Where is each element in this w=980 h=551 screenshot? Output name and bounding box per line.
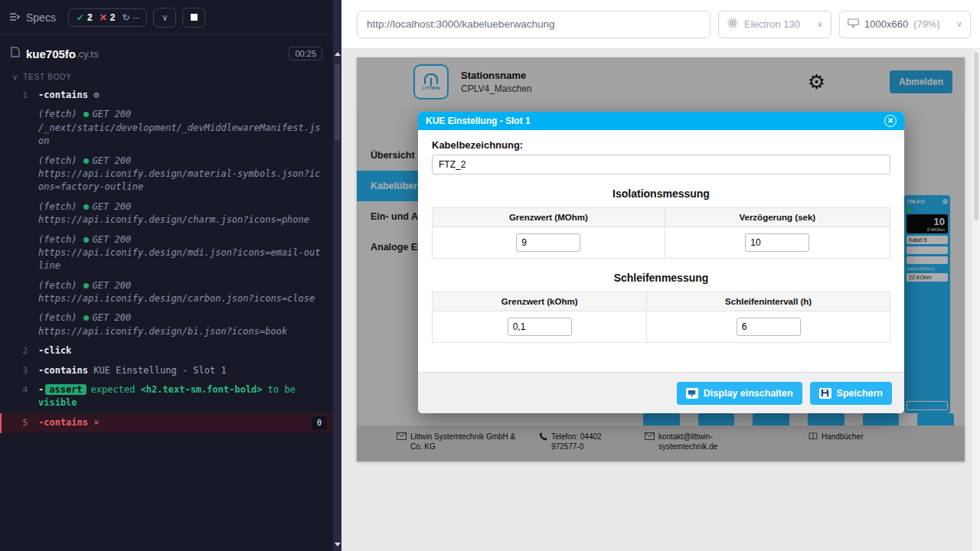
restart-icon: ↻ xyxy=(122,12,129,23)
reporter-header: Specs ✓2 ✕2 ↻-- ∨ xyxy=(0,0,333,35)
command-row[interactable]: (fetch)GET 200https://api.iconify.design… xyxy=(0,152,333,197)
command-row[interactable]: (fetch)GET 200https://api.iconify.design… xyxy=(0,308,333,341)
browser-name: Electron 130 xyxy=(744,18,800,30)
specs-menu-icon[interactable] xyxy=(9,11,20,24)
chevron-down-icon: ∨ xyxy=(956,19,962,29)
close-icon[interactable]: ✕ xyxy=(884,115,897,127)
electron-icon xyxy=(727,17,739,31)
command-row[interactable]: (fetch)GET 200/_next/static/development/… xyxy=(0,105,333,151)
save-button[interactable]: Speichern xyxy=(810,382,892,405)
scroll-down-arrow[interactable] xyxy=(335,543,341,546)
display-on-button[interactable]: Display einschalten xyxy=(677,382,802,405)
modal-title: KUE Einstellung - Slot 1 xyxy=(426,116,531,126)
file-icon xyxy=(11,47,20,60)
scrollbar-thumb[interactable] xyxy=(974,52,978,220)
test-stats: ✓2 ✕2 ↻-- xyxy=(68,8,148,27)
modal-body: Kabelbezeichnung: IsolationsmessungGrenz… xyxy=(418,130,904,372)
table-header: Grenzwert (MOhm) xyxy=(433,208,665,227)
settings-table: Grenzwert (kOhm)Schleifenintervall (h) xyxy=(432,292,890,343)
spec-row[interactable]: kue705fo.cy.ts 00:25 xyxy=(0,35,333,68)
spec-duration: 00:25 xyxy=(289,47,322,60)
viewport-size: 1000x660 xyxy=(864,18,908,30)
stat-failed: ✕2 xyxy=(100,12,116,23)
status-ok-dot xyxy=(83,315,89,321)
button-label: Speichern xyxy=(837,388,883,399)
section-title: Schleifenmessung xyxy=(432,272,890,284)
command-row[interactable]: 1-contains ⚙ xyxy=(0,86,333,105)
table-header: Verzögerung (sek) xyxy=(665,208,890,227)
chevron-down-icon: ∨ xyxy=(817,19,823,29)
value-input[interactable] xyxy=(508,318,572,336)
value-input[interactable] xyxy=(737,318,801,336)
url-input[interactable] xyxy=(358,18,710,30)
modal-sections: IsolationsmessungGrenzwert (MOhm)Verzöge… xyxy=(432,187,890,343)
status-ok-dot xyxy=(83,112,89,117)
command-row[interactable]: (fetch)GET 200https://api.iconify.design… xyxy=(0,197,333,230)
chevron-down-icon: ∨ xyxy=(162,12,168,23)
stop-button[interactable] xyxy=(182,8,205,28)
viewport-selector[interactable]: 1000x660 (79%) ∨ xyxy=(839,11,971,38)
status-ok-dot xyxy=(83,237,89,243)
save-icon xyxy=(819,388,831,399)
url-bar[interactable] xyxy=(357,11,710,38)
stat-pending: ↻-- xyxy=(122,12,139,23)
command-row[interactable]: 2-click xyxy=(0,341,333,360)
x-icon: ✕ xyxy=(100,12,107,23)
cypress-reporter: Specs ✓2 ✕2 ↻-- ∨ kue705fo.cy.ts 00:25 ∨… xyxy=(0,0,333,551)
value-input[interactable] xyxy=(745,233,809,252)
viewport-zoom: (79%) xyxy=(913,18,940,30)
stat-passed: ✓2 xyxy=(77,12,93,23)
collapse-button[interactable]: ∨ xyxy=(153,8,176,28)
section-title: Isolationsmessung xyxy=(432,187,890,200)
command-log: 1-contains ⚙(fetch)GET 200/_next/static/… xyxy=(0,84,333,433)
button-label: Display einschalten xyxy=(704,388,793,399)
command-row[interactable]: 3-contains KUE Einstellung - Slot 1 xyxy=(0,361,333,380)
test-body-label: TEST BODY xyxy=(23,73,72,81)
chevron-down-icon: ∨ xyxy=(12,73,18,81)
status-ok-dot xyxy=(83,283,89,289)
spec-ext: .cy.ts xyxy=(76,48,98,60)
status-ok-dot xyxy=(83,204,89,210)
table-header: Grenzwert (kOhm) xyxy=(433,292,647,311)
command-count-badge: 0 xyxy=(312,416,327,431)
value-input[interactable] xyxy=(516,233,580,252)
settings-table: Grenzwert (MOhm)Verzögerung (sek) xyxy=(432,207,890,259)
kue-settings-modal: KUE Einstellung - Slot 1 ✕ Kabelbezeichn… xyxy=(418,112,904,413)
reporter-scrollbar[interactable] xyxy=(333,0,341,551)
browser-selector[interactable]: Electron 130 ∨ xyxy=(718,11,831,38)
spec-name: kue705fo xyxy=(26,47,76,60)
display-icon xyxy=(686,388,698,399)
command-row[interactable]: 4-assertexpected <h2.text-sm.font-bold> … xyxy=(0,380,333,413)
command-row[interactable]: (fetch)GET 200https://api.iconify.design… xyxy=(0,230,333,276)
command-row[interactable]: (fetch)GET 200https://api.iconify.design… xyxy=(0,276,333,309)
modal-footer: Display einschaltenSpeichern xyxy=(418,372,904,413)
specs-label[interactable]: Specs xyxy=(26,11,56,24)
scroll-up-arrow[interactable] xyxy=(335,52,341,56)
test-body-header[interactable]: ∨ TEST BODY xyxy=(0,68,333,84)
aut-scrollbar[interactable] xyxy=(972,49,980,551)
table-header: Schleifenintervall (h) xyxy=(647,292,890,311)
app-under-test: LITTWIN Stationsname CPLV4_Maschen ⚙ Abm… xyxy=(357,57,965,461)
stop-icon xyxy=(191,14,198,21)
monitor-icon xyxy=(848,18,859,30)
aut-topbar: Electron 130 ∨ 1000x660 (79%) ∨ xyxy=(341,0,980,49)
check-icon: ✓ xyxy=(77,12,84,23)
command-row[interactable]: 5-contains ×0 xyxy=(0,413,333,434)
scrollbar-thumb[interactable] xyxy=(335,64,340,141)
kabel-label: Kabelbezeichnung: xyxy=(432,139,890,151)
assert-badge: assert xyxy=(45,384,86,395)
status-ok-dot xyxy=(83,158,89,164)
modal-header: KUE Einstellung - Slot 1 ✕ xyxy=(418,112,904,130)
kabelbezeichnung-input[interactable] xyxy=(432,155,890,174)
